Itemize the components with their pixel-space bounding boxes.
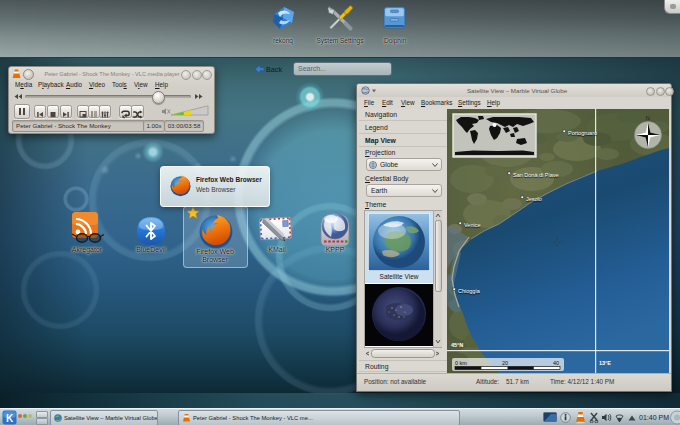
svg-text:45°N: 45°N: [451, 342, 463, 348]
svg-text:Portogruaro: Portogruaro: [568, 130, 597, 136]
svg-text:Jesolo: Jesolo: [526, 196, 542, 202]
svg-text:N: N: [646, 115, 650, 121]
svg-text:13°E: 13°E: [599, 360, 611, 366]
svg-text:San Donà di Piave: San Donà di Piave: [513, 172, 559, 178]
svg-text:K: K: [6, 413, 14, 424]
svg-text:Chioggia: Chioggia: [458, 288, 481, 294]
svg-text:Back: Back: [266, 65, 282, 74]
svg-text:40: 40: [553, 360, 559, 366]
svg-text:Venice: Venice: [464, 222, 481, 228]
svg-text:0 km: 0 km: [455, 360, 467, 366]
svg-text:20: 20: [502, 360, 508, 366]
